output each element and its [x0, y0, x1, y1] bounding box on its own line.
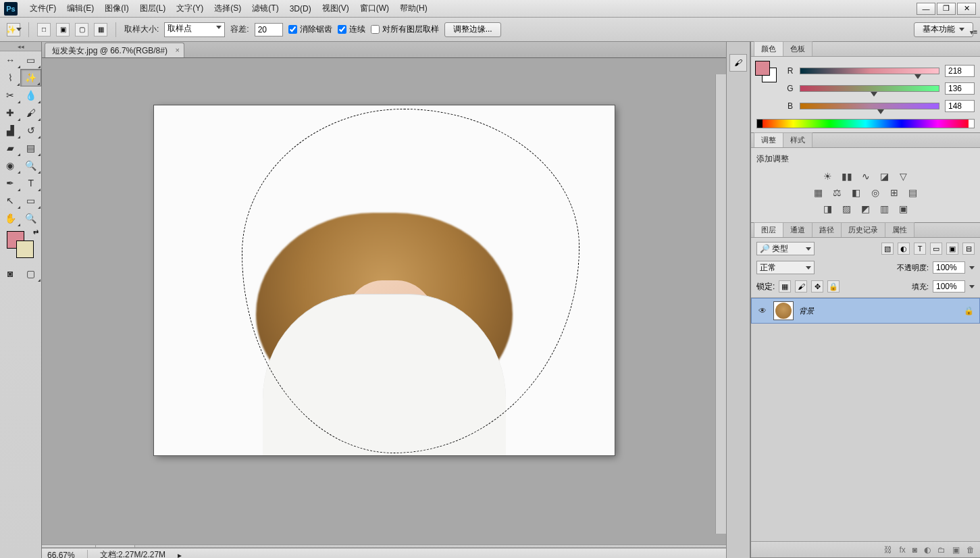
- tab-layers[interactable]: 图层: [754, 222, 783, 237]
- new-fill-icon[interactable]: ◐: [924, 545, 931, 555]
- visibility-eye-icon[interactable]: 👁: [757, 305, 768, 316]
- fx-icon[interactable]: fx: [899, 545, 905, 555]
- healing-tool[interactable]: ✚: [0, 104, 21, 122]
- horizontal-scrollbar[interactable]: 66.67% 文档:2.27M/2.27M ▸: [42, 547, 726, 558]
- stamp-tool[interactable]: ▟: [0, 122, 21, 139]
- menu-image[interactable]: 图像(I): [99, 0, 134, 17]
- lock-paint-icon[interactable]: 🖌: [795, 280, 807, 293]
- menu-edit[interactable]: 编辑(E): [61, 0, 99, 17]
- contiguous-checkbox[interactable]: 连续: [338, 24, 365, 35]
- rail-brush-icon[interactable]: 🖌: [729, 54, 747, 72]
- link-layers-icon[interactable]: ⛓: [884, 545, 892, 555]
- invert-icon[interactable]: ◨: [822, 203, 834, 215]
- layer-name[interactable]: 背景: [799, 306, 814, 316]
- g-input[interactable]: [945, 82, 975, 95]
- photo-filter-icon[interactable]: ◎: [869, 186, 881, 199]
- g-slider[interactable]: [800, 85, 939, 92]
- filter-type-icon[interactable]: T: [914, 243, 926, 255]
- all-layers-checkbox[interactable]: 对所有图层取样: [371, 24, 439, 35]
- panel-menu-icon[interactable]: ▾≡: [970, 28, 977, 36]
- menu-view[interactable]: 视图(V): [317, 0, 355, 17]
- selection-intersect-icon[interactable]: ▦: [94, 23, 107, 36]
- crop-tool[interactable]: ✂: [0, 86, 21, 104]
- menu-file[interactable]: 文件(F): [24, 0, 61, 17]
- brush-tool[interactable]: 🖌: [21, 104, 42, 122]
- tab-history[interactable]: 历史记录: [841, 222, 885, 237]
- type-tool[interactable]: T: [21, 174, 42, 192]
- window-minimize[interactable]: —: [917, 3, 935, 15]
- menu-help[interactable]: 帮助(H): [394, 0, 433, 17]
- new-group-icon[interactable]: 🗀: [937, 545, 946, 555]
- tolerance-input[interactable]: [255, 23, 283, 36]
- selection-subtract-icon[interactable]: ▢: [75, 23, 88, 36]
- sample-size-select[interactable]: 取样点: [164, 22, 225, 37]
- hand-tool[interactable]: ✋: [0, 209, 21, 227]
- quickmask-tool[interactable]: ◙: [0, 265, 21, 282]
- magic-wand-tool[interactable]: ✨: [20, 69, 41, 86]
- new-layer-icon[interactable]: ▣: [952, 545, 960, 555]
- layer-row[interactable]: 👁 背景 🔒: [751, 298, 980, 324]
- tab-swatches[interactable]: 色板: [783, 41, 813, 56]
- menu-filter[interactable]: 滤镜(T): [247, 0, 284, 17]
- status-flyout-icon[interactable]: ▸: [178, 551, 182, 559]
- channel-mixer-icon[interactable]: ⊞: [888, 186, 900, 199]
- balance-icon[interactable]: ⚖: [831, 186, 844, 199]
- refine-edge-button[interactable]: 调整边缘...: [444, 22, 501, 37]
- eraser-tool[interactable]: ▰: [0, 139, 21, 157]
- levels-icon[interactable]: ▮▮: [841, 170, 853, 182]
- gradient-tool[interactable]: ▤: [21, 139, 42, 157]
- curves-icon[interactable]: ∿: [860, 170, 872, 182]
- antialias-checkbox[interactable]: 消除锯齿: [288, 24, 332, 35]
- selection-new-icon[interactable]: □: [37, 23, 51, 36]
- canvas-viewport[interactable]: [42, 58, 726, 544]
- r-input[interactable]: [945, 65, 975, 77]
- blend-mode-select[interactable]: 正常: [756, 261, 815, 274]
- eyedropper-tool[interactable]: 💧: [21, 86, 42, 104]
- path-select-tool[interactable]: ↖: [0, 192, 21, 209]
- shape-tool[interactable]: ▭: [21, 192, 42, 209]
- menu-select[interactable]: 选择(S): [209, 0, 247, 17]
- b-input[interactable]: [945, 100, 975, 112]
- vertical-scrollbar[interactable]: [715, 74, 726, 534]
- screenmode-tool[interactable]: ▢: [21, 265, 42, 282]
- lock-transparent-icon[interactable]: ▦: [779, 280, 791, 293]
- gradient-map-icon[interactable]: ▥: [879, 203, 891, 215]
- r-slider[interactable]: [800, 68, 939, 74]
- threshold-icon[interactable]: ◩: [860, 203, 872, 215]
- selection-add-icon[interactable]: ▣: [56, 23, 70, 36]
- filter-pixel-icon[interactable]: ▧: [881, 243, 894, 255]
- workspace-switcher[interactable]: 基本功能: [914, 22, 973, 37]
- delete-layer-icon[interactable]: 🗑: [966, 545, 975, 555]
- posterize-icon[interactable]: ▨: [841, 203, 853, 215]
- doc-info[interactable]: 文档:2.27M/2.27M: [100, 549, 165, 558]
- color-spectrum[interactable]: [756, 119, 975, 128]
- lock-all-icon[interactable]: 🔒: [827, 280, 840, 293]
- tab-properties[interactable]: 属性: [885, 222, 914, 237]
- dodge-tool[interactable]: 🔍: [21, 157, 42, 174]
- canvas[interactable]: [154, 105, 615, 455]
- brightness-icon[interactable]: ☀: [822, 170, 834, 182]
- vibrance-icon[interactable]: ▽: [898, 170, 910, 182]
- bw-icon[interactable]: ◧: [850, 186, 862, 199]
- zoom-level[interactable]: 66.67%: [47, 551, 75, 559]
- menu-type[interactable]: 文字(Y): [171, 0, 209, 17]
- tab-paths[interactable]: 路径: [812, 222, 842, 237]
- opacity-input[interactable]: 100%: [933, 261, 965, 274]
- history-brush-tool[interactable]: ↺: [21, 122, 42, 139]
- lasso-tool[interactable]: ⌇: [0, 69, 20, 86]
- artboard-tool[interactable]: ▭: [21, 51, 42, 69]
- tab-channels[interactable]: 通道: [783, 222, 813, 237]
- menu-window[interactable]: 窗口(W): [355, 0, 394, 17]
- filter-adjust-icon[interactable]: ◐: [898, 243, 910, 255]
- layer-thumbnail[interactable]: [773, 301, 794, 320]
- move-tool[interactable]: ↔: [0, 51, 21, 69]
- tool-preset-picker[interactable]: ✨: [7, 23, 20, 36]
- exposure-icon[interactable]: ◪: [879, 170, 891, 182]
- pen-tool[interactable]: ✒: [0, 174, 21, 192]
- menu-layer[interactable]: 图层(L): [134, 0, 172, 17]
- close-tab-icon[interactable]: ×: [175, 46, 179, 54]
- tab-adjustments[interactable]: 调整: [754, 132, 783, 147]
- filter-shape-icon[interactable]: ▭: [930, 243, 942, 255]
- document-tab[interactable]: 短发美女.jpg @ 66.7%(RGB/8#) ×: [45, 43, 184, 57]
- fill-input[interactable]: 100%: [933, 280, 965, 293]
